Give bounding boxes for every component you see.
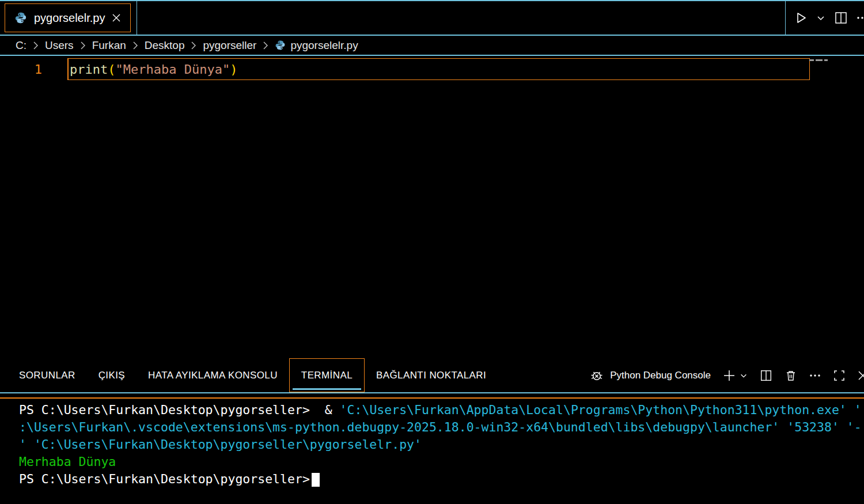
tab-separator <box>137 1 137 35</box>
chevron-right-icon <box>79 41 86 50</box>
line-number: 1 <box>0 62 67 77</box>
breadcrumb-item-file[interactable]: pygorselelr.py <box>275 39 358 52</box>
panel-tab-ports[interactable]: BAĞLANTI NOKTALARI <box>365 358 498 392</box>
terminal[interactable]: PS C:\Users\Furkan\Desktop\pygorseller> … <box>0 397 864 500</box>
chevron-right-icon <box>190 41 197 50</box>
close-icon[interactable] <box>112 13 121 22</box>
current-line-highlight[interactable]: print("Merhaba Dünya") <box>67 58 810 80</box>
tab-label: pygorselelr.py <box>34 12 105 25</box>
breadcrumb-item-desktop[interactable]: Desktop <box>145 39 185 52</box>
breadcrumb-item-drive[interactable]: C: <box>16 39 26 52</box>
terminal-prompt-line: PS C:\Users\Furkan\Desktop\pygorseller> <box>19 471 864 488</box>
tab-pygorselelr-py[interactable]: pygorselelr.py <box>5 3 131 32</box>
chevron-right-icon <box>32 41 39 50</box>
new-terminal-group <box>722 369 748 382</box>
terminal-line: ' 'C:\Users\Furkan\Desktop\pygorseller\p… <box>19 436 864 453</box>
panel-tab-output[interactable]: ÇIKIŞ <box>87 358 137 392</box>
panel-tab-terminal[interactable]: TERMİNAL <box>289 358 365 392</box>
code-token-function: print <box>70 62 108 77</box>
panel-header: SORUNLAR ÇIKIŞ HATA AYIKLAMA KONSOLU TER… <box>0 358 864 393</box>
terminal-cursor <box>312 473 320 487</box>
more-actions-icon[interactable] <box>857 12 864 24</box>
panel-tabs: SORUNLAR ÇIKIŞ HATA AYIKLAMA KONSOLU TER… <box>7 358 498 392</box>
kill-terminal-trash-icon[interactable] <box>785 369 797 382</box>
code-editor[interactable]: 1 print("Merhaba Dünya") <box>0 56 864 358</box>
breadcrumb-file-label: pygorselelr.py <box>290 39 358 52</box>
python-icon <box>275 40 286 51</box>
new-terminal-chevron-down-icon[interactable] <box>740 372 748 380</box>
run-dropdown-chevron-down-icon[interactable] <box>816 13 825 22</box>
panel-divider <box>0 393 864 397</box>
terminal-instance-label: Python Debug Console <box>610 370 711 381</box>
breadcrumb-item-pygorseller[interactable]: pygorseller <box>203 39 256 52</box>
code-token-paren: ) <box>230 62 237 77</box>
panel-tab-problems[interactable]: SORUNLAR <box>7 358 87 392</box>
split-terminal-icon[interactable] <box>759 369 773 382</box>
breadcrumb-item-furkan[interactable]: Furkan <box>92 39 126 52</box>
terminal-instance-python-debug-console[interactable]: Python Debug Console <box>589 368 711 383</box>
split-editor-icon[interactable] <box>833 10 848 25</box>
bug-icon <box>589 368 604 383</box>
chevron-right-icon <box>132 41 139 50</box>
terminal-line: :\Users\Furkan\.vscode\extensions\ms-pyt… <box>19 419 864 436</box>
panel-actions: Python Debug Console <box>576 358 864 392</box>
editor-tab-bar: pygorselelr.py <box>0 1 864 36</box>
panel-more-actions-icon[interactable] <box>809 369 821 382</box>
editor-actions <box>786 1 864 35</box>
new-terminal-plus-icon[interactable] <box>722 369 736 382</box>
run-button[interactable] <box>794 11 808 25</box>
chevron-right-icon <box>262 41 269 50</box>
code-token-paren: ( <box>108 62 115 77</box>
terminal-line: PS C:\Users\Furkan\Desktop\pygorseller> … <box>19 401 864 419</box>
vscode-window: pygorselelr.py C: Users Furk <box>0 0 864 504</box>
code-line: print("Merhaba Dünya") <box>70 62 237 77</box>
python-icon <box>14 12 27 24</box>
breadcrumb-item-users[interactable]: Users <box>45 39 74 52</box>
close-panel-icon[interactable] <box>857 370 864 381</box>
code-line-row: 1 print("Merhaba Dünya") <box>0 58 864 80</box>
panel-tab-debug-console[interactable]: HATA AYIKLAMA KONSOLU <box>137 358 289 392</box>
editor-actions-separator <box>785 1 786 35</box>
breadcrumb: C: Users Furkan Desktop pygorseller pygo… <box>0 36 864 56</box>
code-token-string: "Merhaba Dünya" <box>115 62 230 77</box>
maximize-panel-icon[interactable] <box>833 369 846 382</box>
terminal-output-line: Merhaba Dünya <box>19 453 864 471</box>
minimap[interactable] <box>809 57 832 63</box>
